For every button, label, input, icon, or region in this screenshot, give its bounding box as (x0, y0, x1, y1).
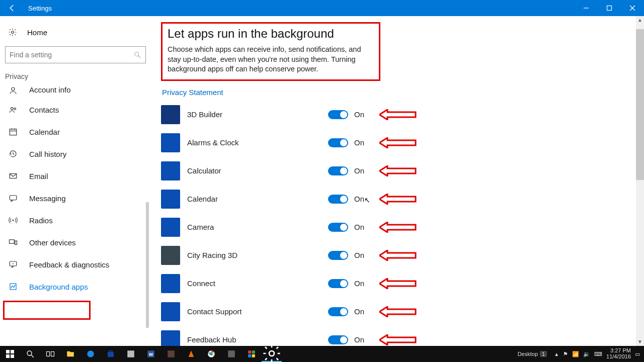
taskbar-app-store[interactable] (101, 346, 121, 362)
sidebar-item-feedback-diagnostics[interactable]: Feedback & diagnostics (0, 253, 151, 276)
svg-rect-44 (127, 350, 134, 357)
taskbar-desktop-switcher[interactable]: Desktop 1 (518, 351, 550, 357)
radio-icon (8, 215, 18, 225)
app-icon (161, 105, 180, 124)
search-input[interactable] (5, 46, 146, 63)
svg-marker-26 (379, 222, 416, 232)
tray-network-icon[interactable]: 📶 (572, 351, 579, 357)
annotation-arrow-icon (379, 278, 417, 289)
taskbar-app-word[interactable]: W (141, 346, 161, 362)
app-toggle[interactable] (328, 335, 348, 344)
tray-icon-1[interactable]: ⚑ (563, 351, 568, 357)
app-toggle[interactable] (328, 251, 348, 260)
devices-icon (8, 237, 18, 247)
tray-expand-icon[interactable]: ▲ (554, 351, 559, 357)
app-toggle-label: On (354, 335, 374, 344)
search-field[interactable] (10, 51, 133, 59)
app-toggle-label: On (354, 279, 374, 288)
sidebar-item-other-devices[interactable]: Other devices (0, 231, 151, 253)
taskbar-app-explorer[interactable] (60, 346, 80, 362)
taskbar-app-settings[interactable] (262, 346, 282, 362)
sidebar-item-account-info[interactable]: Account info (0, 85, 151, 99)
app-icon (161, 274, 180, 293)
category-label: Privacy (0, 68, 151, 82)
privacy-statement-link[interactable]: Privacy Statement (162, 88, 223, 97)
svg-rect-53 (252, 350, 255, 353)
task-view-button[interactable] (40, 346, 60, 362)
page-title: Let apps run in the background (168, 27, 374, 41)
taskbar-search-button[interactable] (20, 346, 40, 362)
scroll-down-icon[interactable]: ▼ (636, 338, 644, 346)
home-button[interactable]: Home (0, 21, 151, 43)
app-toggle-label: On (354, 251, 374, 259)
sidebar-item-label: Account info (29, 85, 71, 94)
sidebar-item-background-apps[interactable]: Background apps (0, 276, 151, 298)
svg-point-56 (269, 351, 274, 356)
taskbar-app-generic-3[interactable] (221, 346, 242, 362)
minimize-button[interactable] (575, 0, 598, 16)
svg-point-9 (14, 108, 16, 110)
sidebar-item-label: Contacts (29, 106, 59, 114)
svg-marker-27 (379, 250, 416, 260)
taskbar-app-generic-1[interactable] (121, 346, 141, 362)
app-toggle[interactable] (328, 223, 348, 232)
history-icon (8, 149, 18, 159)
svg-text:W: W (149, 352, 153, 357)
sidebar-item-contacts[interactable]: Contacts (0, 99, 151, 121)
svg-rect-34 (11, 354, 14, 358)
scroll-thumb[interactable] (636, 29, 644, 180)
taskbar-app-generic-2[interactable] (161, 346, 181, 362)
app-toggle[interactable] (328, 138, 348, 147)
window-scrollbar[interactable]: ▲ ▼ (636, 16, 644, 346)
sidebar-item-radios[interactable]: Radios (0, 209, 151, 231)
close-button[interactable] (621, 0, 644, 16)
scroll-up-icon[interactable]: ▲ (636, 16, 644, 24)
app-name: Camera (187, 223, 328, 231)
annotation-arrow-icon (379, 334, 417, 345)
sidebar-item-calendar[interactable]: Calendar (0, 121, 151, 143)
sidebar-item-label: Feedback & diagnostics (29, 260, 109, 269)
annotation-highlight-sidebar (3, 301, 91, 320)
app-name: Calculator (187, 166, 328, 175)
sidebar-item-messaging[interactable]: Messaging (0, 187, 151, 209)
app-toggle[interactable] (328, 110, 348, 119)
sidebar-scrollbar[interactable] (146, 202, 149, 328)
app-toggle[interactable] (328, 307, 348, 316)
svg-rect-37 (47, 352, 50, 356)
tray-volume-icon[interactable]: 🔉 (583, 351, 590, 357)
app-name: 3D Builder (187, 110, 328, 119)
maximize-button[interactable] (598, 0, 621, 16)
tray-input-icon[interactable]: ⌨ (594, 351, 602, 357)
app-icon (161, 218, 180, 237)
app-toggle[interactable] (328, 166, 348, 175)
app-icon (161, 330, 180, 346)
app-name: Feedback Hub (187, 335, 328, 344)
svg-rect-17 (10, 240, 15, 244)
app-toggle-label: On (354, 110, 374, 119)
sidebar-item-call-history[interactable]: Call history (0, 143, 151, 165)
sidebar-item-label: Email (29, 172, 48, 180)
sidebar-item-label: Other devices (29, 238, 76, 247)
sidebar: Home Privacy Account infoContactsCalenda… (0, 16, 151, 346)
chat-icon (8, 193, 18, 203)
mail-icon (8, 171, 18, 181)
svg-marker-48 (189, 350, 194, 357)
app-icon (161, 302, 180, 321)
taskbar-clock[interactable]: 3:27 PM 11/4/2016 (606, 348, 631, 359)
back-button[interactable] (0, 0, 24, 16)
app-toggle-label: On (354, 223, 374, 231)
start-button[interactable] (0, 346, 20, 362)
app-icon (161, 246, 180, 265)
app-toggle[interactable] (328, 279, 348, 288)
app-toggle[interactable] (328, 195, 348, 204)
svg-rect-54 (248, 354, 251, 357)
taskbar-app-generic-4[interactable] (242, 346, 262, 362)
taskbar-app-chrome[interactable] (201, 346, 221, 362)
taskbar-app-vlc[interactable] (181, 346, 201, 362)
search-icon (133, 51, 141, 59)
app-name: Connect (187, 279, 328, 288)
titlebar: Settings (0, 0, 644, 16)
taskbar-app-edge[interactable] (80, 346, 101, 362)
sidebar-item-email[interactable]: Email (0, 165, 151, 187)
action-center-icon[interactable]: ▭ (635, 351, 640, 357)
